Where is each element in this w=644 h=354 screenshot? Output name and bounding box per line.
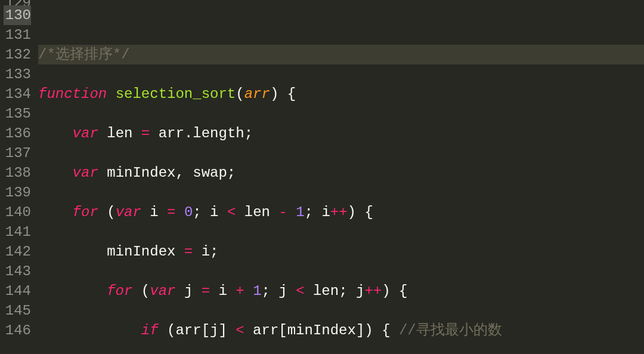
paren-close: ): [270, 86, 278, 102]
expr: ; i: [193, 204, 218, 220]
code-line[interactable]: var len = arr.length;: [38, 124, 644, 143]
keyword-var: var: [73, 165, 98, 181]
line-number: 140: [4, 202, 31, 222]
brace: ) {: [382, 283, 407, 299]
function-name: selection_sort: [116, 86, 236, 102]
line-number: 133: [4, 64, 31, 84]
operator-plus: +: [236, 283, 244, 299]
code-line[interactable]: function selection_sort(arr) {: [38, 84, 644, 104]
identifier: j: [184, 283, 193, 299]
expr: (arr[j]: [167, 322, 227, 338]
code-editor[interactable]: 129 130 131 132 133 134 135 136 137 138 …: [0, 0, 644, 354]
code-line-highlighted[interactable]: /*选择排序*/: [38, 45, 644, 64]
operator-lt: <: [296, 283, 304, 299]
line-number: 132: [4, 45, 31, 64]
code-line[interactable]: [38, 20, 644, 25]
operator-inc: ++: [330, 204, 348, 220]
keyword-for: for: [73, 204, 98, 220]
line-number: 136: [4, 124, 31, 143]
keyword-var: var: [73, 125, 98, 141]
paren-open: (: [141, 283, 150, 299]
keyword-var: var: [150, 283, 175, 299]
line-number: 138: [4, 163, 31, 183]
line-number: 135: [4, 104, 31, 124]
line-number: 139: [4, 183, 31, 202]
code-line[interactable]: for (var j = i + 1; j < len; j++) {: [38, 281, 644, 301]
line-number-gutter: 129 130 131 132 133 134 135 136 137 138 …: [0, 0, 37, 354]
code-line[interactable]: if (arr[j] < arr[minIndex]) { //寻找最小的数: [38, 321, 644, 340]
brace: ) {: [348, 204, 373, 220]
line-number: 137: [4, 143, 31, 163]
keyword-if: if: [141, 322, 159, 338]
code-area[interactable]: /*选择排序*/ function selection_sort(arr) { …: [37, 0, 644, 354]
operator-inc: ++: [364, 283, 382, 299]
code-line[interactable]: var minIndex, swap;: [38, 163, 644, 183]
expr: ; j: [262, 283, 287, 299]
number: 1: [253, 283, 261, 299]
operator-lt: <: [236, 322, 244, 338]
number: 1: [296, 204, 304, 220]
keyword-var: var: [116, 204, 141, 220]
expr: len; j: [313, 283, 364, 299]
expr: i;: [202, 244, 219, 260]
operator-assign: =: [202, 283, 210, 299]
line-number: 145: [4, 301, 31, 321]
line-number: 144: [4, 281, 31, 301]
identifier: len: [107, 125, 132, 141]
number: 0: [184, 204, 193, 220]
keyword-function: function: [38, 86, 107, 102]
operator-assign: =: [167, 204, 175, 220]
expr: ; i: [305, 204, 330, 220]
code-line[interactable]: minIndex = i;: [38, 242, 644, 261]
line-number: 131: [4, 25, 31, 45]
operator-assign: =: [141, 125, 150, 141]
line-number: 141: [4, 222, 31, 242]
paren-open: (: [107, 204, 115, 220]
identifier: i: [219, 283, 227, 299]
line-number: 134: [4, 84, 31, 104]
operator-minus: -: [278, 204, 287, 220]
paren-open: (: [236, 86, 244, 102]
param: arr: [244, 86, 270, 102]
line-number: 143: [4, 261, 31, 281]
line-number-highlighted: 130: [4, 5, 31, 25]
line-number: 142: [4, 242, 31, 261]
code-line[interactable]: for (var i = 0; i < len - 1; i++) {: [38, 202, 644, 222]
comment: /*选择排序*/: [38, 47, 130, 63]
operator-assign: =: [184, 244, 193, 260]
identifier: len: [244, 204, 270, 220]
operator-lt: <: [227, 204, 236, 220]
identifier: minIndex: [107, 244, 175, 260]
brace-open: {: [287, 86, 296, 102]
comment: //寻找最小的数: [399, 322, 502, 338]
keyword-for: for: [107, 283, 132, 299]
line-number: 146: [4, 321, 31, 340]
line-number: 129: [4, 0, 31, 5]
identifier: i: [150, 204, 158, 220]
identifiers: minIndex, swap;: [107, 165, 236, 181]
expr: arr.length;: [159, 125, 253, 141]
expr: arr[minIndex]) {: [253, 322, 390, 338]
